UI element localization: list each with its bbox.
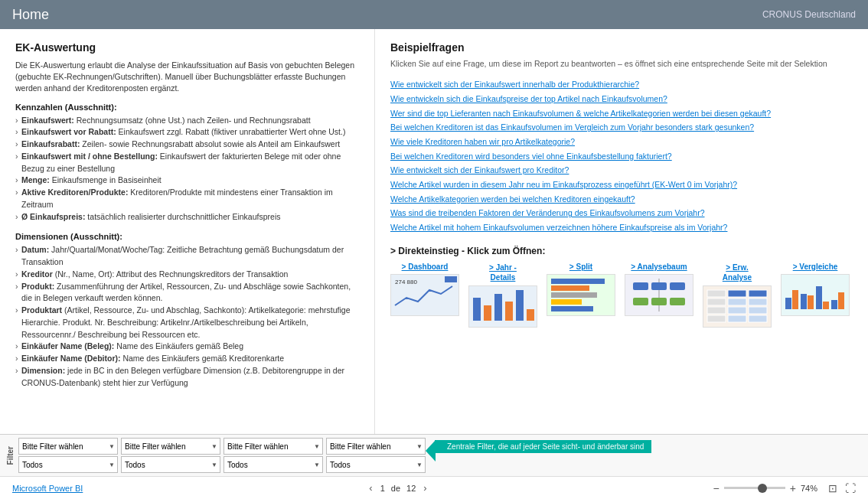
zoom-slider-track[interactable]: [724, 487, 785, 489]
zoom-percent: 74%: [801, 484, 817, 493]
right-panel: Beispielfragen Klicken Sie auf eine Frag…: [375, 29, 868, 434]
svg-rect-19: [670, 298, 685, 305]
questions-list: Wie entwickelt sich der Einkaufswert inn…: [390, 79, 853, 233]
thumbnail-4[interactable]: > Erw.Analyse: [703, 263, 772, 328]
svg-rect-6: [516, 290, 524, 321]
dimensionen-bullet-5: Einkäufer Name (Debitor): Name des Einkä…: [15, 353, 359, 365]
filter-top-row: Bitte Filter wählen Bitte Filter wählen …: [18, 438, 651, 455]
filter-select-wrapper-2: Bitte Filter wählen: [121, 438, 220, 455]
question-link-5[interactable]: Bei welchen Kreditoren wird besonders vi…: [390, 151, 853, 162]
svg-rect-35: [808, 295, 814, 309]
filter-select-1[interactable]: Bitte Filter wählen: [18, 438, 118, 455]
question-link-10[interactable]: Welche Artikel mit hohem Einkaufsvolumen…: [390, 222, 853, 233]
thumbnail-5[interactable]: > Vergleiche: [781, 263, 850, 316]
svg-rect-10: [551, 292, 597, 298]
zoom-slider-thumb: [758, 484, 767, 493]
thumbnail-label-1: > Jahr -Details: [489, 263, 517, 282]
thumbnail-label-0: > Dashboard: [402, 263, 449, 271]
svg-rect-2: [473, 298, 481, 321]
filter-select-wrapper-4: Bitte Filter wählen: [326, 438, 426, 455]
zoom-plus-icon[interactable]: +: [790, 482, 796, 494]
filter-row-wrapper: Filter Bitte Filter wählen Bitte Filter …: [6, 438, 862, 473]
filter-bar: Filter Bitte Filter wählen Bitte Filter …: [0, 434, 868, 476]
pagination: ‹ 1 de 12 ›: [367, 482, 428, 494]
thumbnail-0[interactable]: > Dashboard274 880: [390, 263, 459, 316]
dimensionen-bullets: Datum: Jahr/Quartal/Monat/Woche/Tag: Zei…: [15, 244, 359, 389]
dimensionen-title: Dimensionen (Ausschnitt):: [15, 232, 359, 241]
kennzahlen-bullet-4: Menge: Einkaufsmenge in Basiseinheit: [15, 174, 359, 187]
question-link-2[interactable]: Wer sind die top Lieferanten nach Einkau…: [390, 108, 853, 119]
thumbnails-row: > Dashboard274 880> Jahr -Details> Split…: [390, 263, 853, 328]
zoom-bar: − + 74% ⊡ ⛶: [713, 482, 856, 494]
filter-todos-4[interactable]: Todos: [326, 456, 426, 473]
thumbnail-img-2: [547, 274, 615, 316]
svg-rect-23: [707, 298, 726, 305]
filter-label-vertical: Filter: [6, 446, 17, 465]
svg-rect-14: [633, 282, 648, 290]
svg-rect-29: [707, 315, 726, 322]
thumbnail-label-2: > Split: [569, 263, 592, 271]
svg-rect-37: [823, 302, 829, 309]
fullscreen-icon[interactable]: ⛶: [845, 482, 856, 494]
thumbnail-label-5: > Vergleiche: [793, 263, 838, 271]
filter-select-3[interactable]: Bitte Filter wählen: [224, 438, 323, 455]
svg-rect-32: [785, 298, 791, 309]
kennzahlen-bullet-5: Aktive Kreditoren/Produkte: Kreditoren/P…: [15, 187, 359, 211]
dimensionen-bullet-1: Kreditor (Nr., Name, Ort): Attribut des …: [15, 269, 359, 281]
main-content: EK-Auswertung Die EK-Auswertung erlaubt …: [0, 29, 868, 434]
direct-entry-title: > Direkteinstieg - Klick zum Öffnen:: [390, 246, 853, 256]
dimensionen-bullet-4: Einkäufer Name (Beleg): Name des Einkäuf…: [15, 341, 359, 353]
filter-todos-wrapper-1: Todos: [18, 456, 118, 473]
filter-select-wrapper-1: Bitte Filter wählen: [18, 438, 118, 455]
thumbnail-3[interactable]: > Analysebaum: [625, 263, 693, 316]
filter-banner: Zentrale Filter, die auf jeder Seite sic…: [435, 440, 651, 453]
thumbnail-label-4: > Erw.Analyse: [723, 263, 752, 282]
filter-todos-1[interactable]: Todos: [18, 456, 118, 473]
prev-page-arrow[interactable]: ‹: [367, 482, 374, 494]
ek-section-desc: Die EK-Auswertung erlaubt die Analyse de…: [15, 60, 359, 95]
thumbnail-img-3: [625, 274, 693, 316]
next-page-arrow[interactable]: ›: [422, 482, 428, 494]
svg-text:274 880: 274 880: [395, 279, 417, 285]
thumbnail-label-3: > Analysebaum: [631, 263, 687, 271]
svg-rect-27: [728, 307, 746, 314]
question-link-8[interactable]: Welche Artikelkategorien werden bei welc…: [390, 194, 853, 205]
filter-bottom-row: Todos Todos Todos Todos: [18, 456, 651, 473]
svg-rect-12: [551, 306, 593, 311]
questions-desc: Klicken Sie auf eine Frage, um diese im …: [390, 58, 853, 70]
svg-rect-30: [728, 315, 746, 322]
filter-select-4[interactable]: Bitte Filter wählen: [326, 438, 426, 455]
svg-rect-4: [494, 294, 502, 321]
svg-rect-7: [527, 309, 534, 321]
page-current: 1: [380, 484, 385, 493]
thumbnail-img-4: [703, 285, 772, 328]
filter-todos-3[interactable]: Todos: [224, 456, 323, 473]
fit-page-icon[interactable]: ⊡: [828, 482, 837, 494]
svg-rect-3: [484, 305, 491, 321]
bottom-bar: Microsoft Power BI ‹ 1 de 12 › − + 74% ⊡…: [0, 476, 868, 499]
thumbnail-2[interactable]: > Split: [547, 263, 615, 316]
thumbnail-img-5: [781, 274, 850, 316]
company-name: CRONUS Deutschland: [762, 9, 856, 20]
question-link-0[interactable]: Wie entwickelt sich der Einkaufswert inn…: [390, 79, 853, 90]
question-link-7[interactable]: Welche Artikel wurden in diesem Jahr neu…: [390, 179, 853, 191]
svg-rect-22: [749, 290, 767, 297]
direct-entry: > Direkteinstieg - Klick zum Öffnen: > D…: [390, 246, 853, 328]
thumbnail-1[interactable]: > Jahr -Details: [468, 263, 537, 328]
dimensionen-bullet-2: Produkt: Zusammenführung der Artikel, Re…: [15, 281, 359, 305]
question-link-1[interactable]: Wie entwickeln sich die Einkaufspreise d…: [390, 93, 853, 105]
zoom-minus-icon[interactable]: −: [713, 482, 720, 494]
question-link-6[interactable]: Wie entwickelt sich der Einkaufswert pro…: [390, 165, 853, 176]
kennzahlen-bullet-6: Ø Einkaufspreis: tatsächlich realisierte…: [15, 211, 359, 223]
question-link-4[interactable]: Wie viele Kreditoren haben wir pro Artik…: [390, 136, 853, 148]
svg-rect-20: [707, 290, 726, 297]
svg-rect-17: [633, 298, 648, 305]
page-title: Home: [12, 7, 49, 23]
question-link-9[interactable]: Was sind die treibenden Faktoren der Ver…: [390, 207, 853, 219]
filter-select-2[interactable]: Bitte Filter wählen: [121, 438, 220, 455]
svg-rect-16: [670, 282, 685, 290]
powerbi-link[interactable]: Microsoft Power BI: [12, 484, 83, 493]
svg-rect-5: [505, 302, 513, 321]
filter-todos-2[interactable]: Todos: [121, 456, 220, 473]
question-link-3[interactable]: Bei welchen Kreditoren ist das Einkaufsv…: [390, 122, 853, 133]
